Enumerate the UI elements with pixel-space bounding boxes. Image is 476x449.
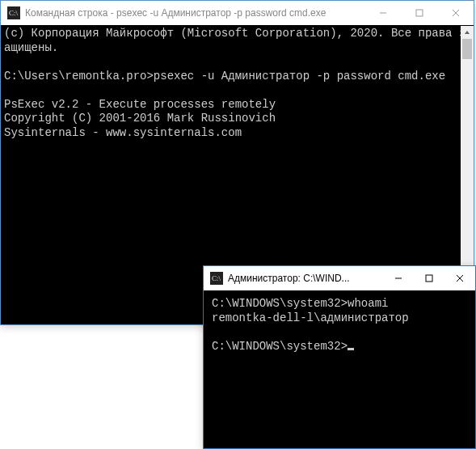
maximize-button[interactable] bbox=[414, 266, 444, 290]
terminal-output[interactable]: C:\WINDOWS\system32>whoamiremontka-dell-… bbox=[204, 290, 475, 448]
prompt: C:\WINDOWS\system32> bbox=[212, 297, 348, 310]
close-button[interactable] bbox=[437, 1, 474, 25]
command: whoami bbox=[348, 297, 388, 310]
svg-marker-6 bbox=[465, 31, 470, 34]
minimize-button[interactable] bbox=[383, 266, 414, 290]
svg-rect-11 bbox=[426, 275, 432, 282]
window-controls bbox=[383, 266, 475, 290]
cursor bbox=[348, 348, 354, 350]
svg-rect-3 bbox=[416, 10, 423, 16]
output-line: Copyright (C) 2001-2016 Mark Russinovich bbox=[4, 112, 470, 126]
output-line: PsExec v2.2 - Execute processes remotely bbox=[4, 98, 470, 112]
output-blank bbox=[4, 55, 470, 70]
output-blank bbox=[4, 83, 470, 98]
titlebar[interactable]: C:\ Администратор: C:\WIND... bbox=[204, 266, 475, 290]
output-line: remontka-dell-l\администратор bbox=[212, 311, 467, 326]
prompt: C:\WINDOWS\system32> bbox=[212, 340, 348, 353]
output-line: C:\WINDOWS\system32> bbox=[212, 340, 467, 354]
scroll-up-button[interactable] bbox=[461, 26, 474, 39]
output-line: (c) Корпорация Майкрософт (Microsoft Cor… bbox=[4, 27, 470, 55]
maximize-button[interactable] bbox=[401, 1, 437, 25]
minimize-button[interactable] bbox=[364, 1, 401, 25]
window-title: Командная строка - psexec -u Администрат… bbox=[25, 7, 364, 19]
window-controls bbox=[364, 1, 474, 25]
output-blank bbox=[212, 325, 467, 340]
cmd-icon: C:\ bbox=[7, 6, 20, 19]
close-button[interactable] bbox=[444, 266, 475, 290]
cmd-icon: C:\ bbox=[210, 272, 223, 285]
svg-text:C:\: C:\ bbox=[9, 9, 19, 17]
window-title: Администратор: C:\WIND... bbox=[228, 273, 383, 284]
output-line: C:\WINDOWS\system32>whoami bbox=[212, 297, 467, 311]
cmd-window-admin: C:\ Администратор: C:\WIND... C:\WINDOWS… bbox=[203, 265, 476, 449]
output-line: Sysinternals - www.sysinternals.com bbox=[4, 126, 470, 141]
scroll-thumb[interactable] bbox=[462, 39, 472, 59]
titlebar[interactable]: C:\ Командная строка - psexec -u Админис… bbox=[1, 1, 474, 25]
output-line: C:\Users\remontka.pro>psexec -u Админист… bbox=[4, 70, 470, 84]
svg-text:C:\: C:\ bbox=[212, 274, 221, 282]
